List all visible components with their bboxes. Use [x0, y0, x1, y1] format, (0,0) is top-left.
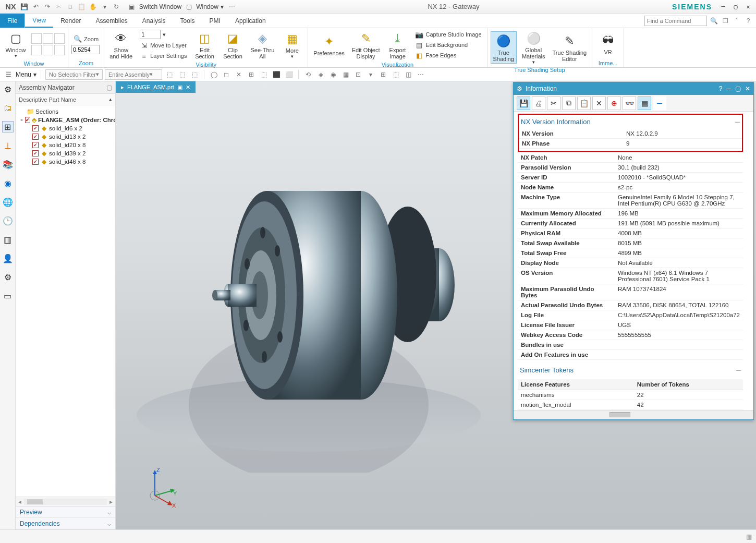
zoom-button[interactable]: 🔍Zoom: [71, 34, 101, 44]
more-visibility-button[interactable]: ▦More▾: [279, 30, 304, 60]
document-tab[interactable]: ▸ FLANGE_ASM.prt ▣ ✕: [116, 81, 196, 93]
sort-icon[interactable]: ▴: [109, 96, 112, 103]
capture-studio-button[interactable]: 📷Capture Studio Image: [413, 30, 483, 39]
info-delete-icon[interactable]: ✕: [592, 96, 606, 110]
tab-file[interactable]: File: [0, 14, 25, 28]
status-settings-icon[interactable]: ▥: [746, 533, 752, 540]
info-scroll-thumb[interactable]: [609, 412, 630, 417]
dependencies-panel-header[interactable]: Dependencies⌵: [16, 518, 115, 529]
edit-section-button[interactable]: ◫Edit Section: [192, 29, 217, 61]
tokens-col-number[interactable]: Number of Tokens: [634, 379, 743, 390]
restore-window-icon[interactable]: ❐: [721, 16, 730, 26]
cut-icon[interactable]: ✂: [54, 2, 64, 12]
sel-icon-17[interactable]: ⊞: [378, 69, 388, 80]
info-hscroll[interactable]: [514, 410, 753, 419]
layer-settings-button[interactable]: ≡Layer Settings: [138, 51, 189, 61]
switch-window-icon[interactable]: ▣: [127, 2, 137, 12]
info-maximize-icon[interactable]: ▢: [735, 85, 741, 92]
checkbox-icon[interactable]: ✔: [32, 142, 39, 148]
help-icon[interactable]: ?: [743, 16, 753, 26]
sel-icon-20[interactable]: ⋯: [416, 69, 426, 80]
tab-application[interactable]: Application: [228, 14, 273, 28]
scroll-thumb[interactable]: [27, 499, 43, 504]
clip-section-button[interactable]: ◪Clip Section: [221, 29, 246, 61]
vr-button[interactable]: 🕶VR: [595, 31, 620, 56]
info-help-icon[interactable]: ?: [719, 85, 723, 92]
scroll-right-icon[interactable]: ▸: [107, 498, 115, 505]
layout-cell[interactable]: [31, 45, 42, 55]
tokens-col-features[interactable]: License Features: [518, 379, 634, 390]
checkbox-icon[interactable]: ✔: [32, 150, 39, 156]
layout-cell[interactable]: [43, 45, 53, 55]
visual-report-icon[interactable]: ▥: [2, 234, 14, 245]
tree-item[interactable]: ✔◆solid_id46 x 8: [17, 158, 114, 166]
history-icon[interactable]: 🕒: [2, 215, 14, 226]
layout-cell[interactable]: [54, 33, 65, 44]
layout-cell[interactable]: [31, 33, 42, 44]
tree-item[interactable]: ✔◆solid_id20 x 8: [17, 141, 114, 149]
sel-icon-5[interactable]: ◻: [221, 69, 231, 80]
menu-dd-icon[interactable]: ▾: [33, 71, 36, 78]
roles-icon[interactable]: 👤: [2, 252, 14, 264]
sel-icon-8[interactable]: ⬚: [259, 69, 269, 80]
sel-icon-11[interactable]: ⟲: [303, 69, 313, 80]
paste-icon[interactable]: 📋: [77, 2, 87, 12]
info-minimize-icon[interactable]: ─: [726, 85, 731, 92]
sel-icon-15[interactable]: ⊡: [353, 69, 363, 80]
see-thru-button[interactable]: ◈See-Thru All: [249, 29, 277, 61]
info-paste-icon[interactable]: 📋: [577, 96, 591, 110]
checkbox-icon[interactable]: ✔: [32, 134, 39, 140]
window-icon[interactable]: ▢: [184, 2, 194, 12]
redo-icon[interactable]: ↷: [42, 2, 53, 12]
sel-icon-18[interactable]: ⬚: [391, 69, 401, 80]
tree-sections[interactable]: 📁 Sections: [17, 107, 114, 116]
find-command-input[interactable]: [644, 16, 707, 26]
sel-icon-10[interactable]: ⬜: [284, 69, 294, 80]
minimize-button[interactable]: ─: [717, 2, 729, 11]
zoom-value-input[interactable]: [71, 45, 100, 54]
sel-icon-4[interactable]: ◯: [209, 69, 219, 80]
reuse-library-icon[interactable]: 📚: [2, 159, 14, 170]
info-target-icon[interactable]: ⊕: [607, 96, 621, 110]
chevron-down-icon[interactable]: ▾: [221, 3, 224, 10]
info-body[interactable]: NX Version Information ─ NX VersionNX 12…: [514, 112, 753, 410]
checkbox-icon[interactable]: ✔: [25, 117, 30, 123]
tree-item[interactable]: ✔◆solid_id39 x 2: [17, 149, 114, 158]
info-section-tokens[interactable]: Simcenter Tokens ─: [518, 363, 743, 377]
sel-icon-19[interactable]: ◫: [403, 69, 413, 80]
hd3d-icon[interactable]: ◉: [2, 177, 14, 189]
move-to-layer-button[interactable]: ⇲Move to Layer: [138, 41, 189, 50]
info-list-icon[interactable]: ▤: [638, 96, 651, 110]
constraint-nav-icon[interactable]: ⊥: [2, 140, 14, 151]
checkbox-icon[interactable]: ✔: [32, 159, 39, 165]
tab-analysis[interactable]: Analysis: [135, 14, 173, 28]
true-shading-button[interactable]: 🔵True Shading: [491, 31, 517, 64]
browser-icon[interactable]: 🌐: [2, 196, 14, 208]
nav-column-header[interactable]: Descriptive Part Name ▴: [16, 94, 115, 105]
tree-item[interactable]: ✔◆solid_id6 x 2: [17, 124, 114, 132]
touch-icon[interactable]: ✋: [88, 2, 99, 12]
refresh-icon[interactable]: ↻: [111, 2, 121, 12]
export-image-button[interactable]: ⤓Export Image: [385, 29, 410, 61]
sel-icon-16[interactable]: ▾: [365, 69, 376, 80]
scale-input[interactable]: [140, 30, 161, 39]
preferences-button[interactable]: ✦Preferences: [311, 32, 346, 57]
part-navigator-icon[interactable]: 🗂: [2, 102, 14, 114]
nav-hscroll[interactable]: ◂ ▸: [16, 497, 115, 506]
sheet-icon[interactable]: ▭: [2, 290, 14, 301]
face-edges-button[interactable]: ◧Face Edges: [413, 51, 483, 60]
tab-tools[interactable]: Tools: [173, 14, 202, 28]
tree-root[interactable]: - ✔ ⬘ FLANGE_ASM (Order: Chro: [17, 116, 114, 124]
window-button[interactable]: ▢ Window ▾: [3, 29, 28, 59]
scale-dropdown[interactable]: ▾: [138, 29, 189, 40]
tab-view[interactable]: View: [25, 14, 53, 28]
layout-cell[interactable]: [43, 33, 53, 44]
tab-render[interactable]: Render: [53, 14, 88, 28]
true-shading-editor-button[interactable]: ✎True Shading Editor: [551, 32, 589, 63]
overflow-icon[interactable]: ⋯: [229, 3, 235, 10]
sel-icon-12[interactable]: ◈: [315, 69, 326, 80]
sys-icon[interactable]: ⚙: [2, 271, 14, 283]
undo-icon[interactable]: ↶: [31, 2, 41, 12]
sel-icon-1[interactable]: ⬚: [164, 69, 175, 80]
tab-pmi[interactable]: PMI: [202, 14, 228, 28]
